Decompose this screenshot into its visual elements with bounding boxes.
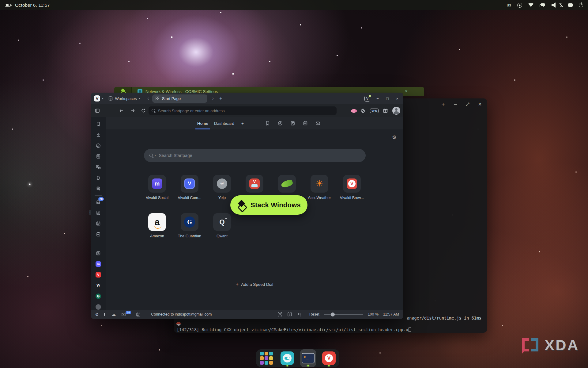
- close-button[interactable]: ×: [395, 96, 400, 101]
- profile-avatar[interactable]: [392, 107, 400, 115]
- minimize-button[interactable]: −: [453, 102, 458, 107]
- gift-icon[interactable]: [383, 108, 388, 114]
- status-clock[interactable]: 11:57 AM: [383, 312, 399, 316]
- google-web-panel-icon[interactable]: G: [96, 293, 101, 299]
- speed-dial-vivaldi-community[interactable]: V Vivaldi Com...: [173, 175, 206, 200]
- vivaldi-sync-status-icon[interactable]: V: [364, 96, 370, 102]
- sync-status-text[interactable]: Connected to indospott@gmail.com: [151, 312, 212, 316]
- calendar-status-icon[interactable]: [136, 312, 141, 317]
- brain-extension-icon[interactable]: [352, 109, 356, 113]
- workspaces-stack-icon[interactable]: [108, 96, 113, 101]
- sidebar-collapse-handle[interactable]: ‹: [89, 210, 91, 215]
- bookmarks-view-icon[interactable]: [265, 121, 270, 126]
- running-indicator: [307, 365, 309, 366]
- mail-view-icon[interactable]: [315, 121, 321, 126]
- vivaldi-community-icon: V: [184, 178, 195, 189]
- keyboard-layout-indicator[interactable]: us: [507, 3, 511, 7]
- capture-page-icon[interactable]: [277, 312, 283, 317]
- accessibility-icon[interactable]: [517, 3, 522, 8]
- close-icon[interactable]: ×: [405, 89, 408, 94]
- next-tab-chevron[interactable]: ›: [212, 96, 214, 101]
- tasks-panel-icon[interactable]: [96, 232, 101, 237]
- search-engine-caret-icon: ▾: [155, 154, 156, 157]
- startpage-search-input[interactable]: [159, 153, 360, 158]
- minimize-button[interactable]: −: [375, 96, 380, 101]
- page-actions-icon[interactable]: [297, 312, 302, 317]
- feeds-panel-icon[interactable]: [96, 251, 101, 256]
- start-page-settings-gear-icon[interactable]: ⚙: [392, 134, 397, 141]
- translate-panel-icon[interactable]: [96, 164, 101, 170]
- reading-list-panel-icon[interactable]: [96, 186, 101, 191]
- workspaces-icon[interactable]: [540, 4, 544, 7]
- workspaces-label[interactable]: Workspaces: [115, 96, 137, 101]
- status-bar: ⚙ ☁ 20 Connected to indospott@gmail.com: [91, 310, 403, 319]
- dock-cosmic-settings[interactable]: [279, 349, 295, 367]
- forward-icon[interactable]: [130, 108, 136, 113]
- dock: >_ V: [256, 349, 339, 367]
- sessions-panel-icon[interactable]: [96, 175, 101, 181]
- address-input[interactable]: [158, 109, 334, 113]
- zoom-slider-knob[interactable]: [331, 312, 335, 316]
- vivaldi-menu-icon[interactable]: V: [94, 95, 100, 102]
- notifications-icon[interactable]: [568, 3, 573, 7]
- vivaldi-web-panel-icon[interactable]: V: [96, 272, 101, 278]
- speed-dial-row: a Amazon G The Guardian Q Qwant: [141, 213, 238, 239]
- url-field[interactable]: [149, 106, 337, 115]
- speed-dial-yelp[interactable]: ✳ Yelp: [206, 175, 238, 200]
- dock-app-library[interactable]: [258, 349, 274, 367]
- speed-dial-amazon[interactable]: a Amazon: [141, 213, 173, 239]
- panel-toggle-icon[interactable]: [95, 108, 100, 113]
- extensions-puzzle-icon[interactable]: [360, 108, 366, 114]
- wikipedia-web-panel-icon[interactable]: W: [96, 283, 101, 288]
- history-view-icon[interactable]: [277, 121, 283, 126]
- mail-status-icon[interactable]: 20: [121, 312, 126, 317]
- battery-icon[interactable]: [5, 4, 11, 7]
- calendar-panel-icon[interactable]: [96, 221, 101, 226]
- panel-clock[interactable]: October 6, 11:57: [15, 2, 50, 8]
- wifi-icon[interactable]: [528, 3, 533, 7]
- settings-gear-icon[interactable]: ⚙: [95, 312, 99, 317]
- new-tab-button[interactable]: +: [440, 102, 446, 107]
- zoom-value[interactable]: 100 %: [368, 312, 379, 316]
- mastodon-web-panel-icon[interactable]: m: [96, 261, 101, 267]
- close-button[interactable]: ×: [477, 102, 483, 107]
- add-speed-dial-button[interactable]: + Add a Speed Dial: [236, 282, 273, 287]
- speed-dial-the-guardian[interactable]: G The Guardian: [173, 213, 206, 239]
- microphone-muted-icon[interactable]: [560, 3, 562, 7]
- zoom-reset-button[interactable]: Reset: [309, 312, 319, 316]
- history-panel-icon[interactable]: [96, 143, 101, 148]
- speed-dial-vivaldi-browser[interactable]: V Vivaldi Brow...: [336, 175, 368, 200]
- downloads-panel-icon[interactable]: [96, 132, 101, 138]
- speed-dial-accuweather[interactable]: ☀ AccuWeather: [303, 175, 336, 200]
- prev-tab-chevron[interactable]: ‹: [147, 96, 149, 101]
- notes-panel-icon[interactable]: [96, 154, 101, 159]
- maximize-button[interactable]: ⤢: [465, 102, 470, 107]
- new-tab-button[interactable]: +: [219, 95, 222, 102]
- page-tiling-icon[interactable]: [287, 312, 292, 317]
- speed-dial-vivaldi-social[interactable]: m Vivaldi Social: [141, 175, 173, 200]
- calendar-view-icon[interactable]: [303, 121, 308, 126]
- dock-vivaldi[interactable]: V: [321, 349, 337, 367]
- tab-dashboard[interactable]: Dashboard: [214, 117, 234, 129]
- web-panel-icon[interactable]: [96, 304, 101, 310]
- sync-cloud-icon[interactable]: ☁: [111, 312, 116, 317]
- volume-icon[interactable]: [552, 2, 556, 8]
- pause-animations-icon[interactable]: [104, 313, 107, 316]
- vpn-badge[interactable]: VPN: [370, 109, 379, 113]
- mail-panel-icon[interactable]: 20: [96, 199, 101, 205]
- speed-dial-qwant[interactable]: Q Qwant: [206, 213, 238, 239]
- tab-start-page[interactable]: Start Page: [152, 94, 207, 103]
- notes-view-icon[interactable]: [290, 121, 296, 126]
- back-icon[interactable]: [119, 108, 124, 113]
- contacts-panel-icon[interactable]: [96, 210, 101, 216]
- tab-label: Start Page: [162, 96, 181, 101]
- zoom-slider[interactable]: [324, 314, 363, 315]
- power-icon[interactable]: [579, 3, 583, 7]
- add-page-button[interactable]: +: [241, 117, 244, 129]
- tab-home[interactable]: Home: [197, 117, 208, 129]
- maximize-button[interactable]: □: [385, 96, 390, 101]
- startpage-search-field[interactable]: ▾: [144, 149, 366, 162]
- bookmarks-panel-icon[interactable]: [96, 121, 101, 127]
- reload-icon[interactable]: [141, 108, 146, 113]
- dock-terminal[interactable]: >_: [300, 349, 316, 367]
